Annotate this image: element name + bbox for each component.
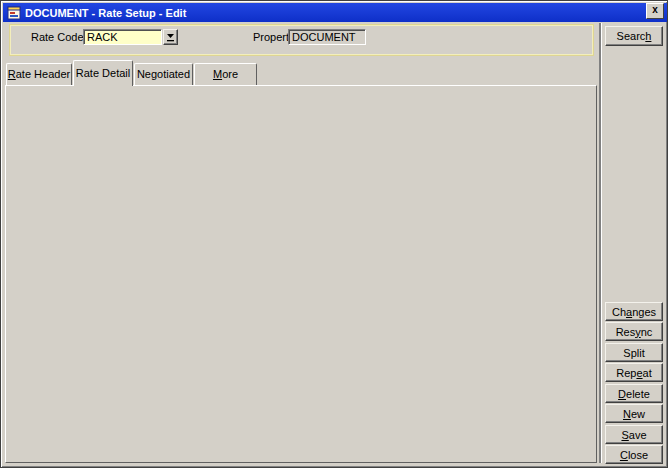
tab-rate-header[interactable]: Rate Header — [6, 63, 72, 85]
close-window-button[interactable]: x — [646, 3, 664, 19]
close-icon: x — [652, 4, 658, 15]
save-button[interactable]: Save — [605, 425, 663, 444]
delete-button[interactable]: Delete — [605, 384, 663, 403]
rate-setup-window: DOCUMENT - Rate Setup - Edit x Rate Code… — [0, 0, 668, 468]
window-title: DOCUMENT - Rate Setup - Edit — [25, 7, 186, 19]
repeat-button[interactable]: Repeat — [605, 363, 663, 382]
content-panel — [5, 85, 597, 463]
tab-negotiated[interactable]: Negotiated — [134, 63, 193, 85]
dropdown-icon — [166, 33, 175, 42]
tab-more[interactable]: More — [194, 63, 257, 85]
rate-code-input[interactable] — [83, 29, 162, 45]
panel-divider — [599, 23, 602, 463]
search-button[interactable]: Search — [605, 26, 663, 46]
window-icon — [7, 6, 21, 20]
property-field — [288, 29, 366, 45]
tab-rate-detail[interactable]: Rate Detail — [73, 60, 133, 86]
rate-code-label: Rate Code — [31, 30, 84, 45]
title-bar[interactable]: DOCUMENT - Rate Setup - Edit — [3, 3, 667, 22]
resync-button[interactable]: Resync — [605, 322, 663, 341]
new-button[interactable]: New — [605, 404, 663, 423]
split-button[interactable]: Split — [605, 343, 663, 362]
close-button[interactable]: Close — [605, 445, 663, 464]
changes-button[interactable]: Changes — [605, 302, 663, 321]
rate-code-lov-button[interactable] — [163, 29, 178, 45]
